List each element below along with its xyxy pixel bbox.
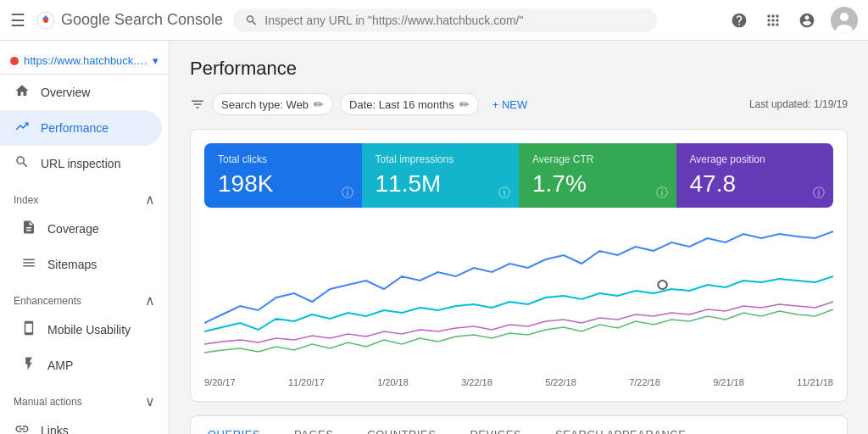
search-icon — [245, 14, 258, 27]
sidebar-item-links[interactable]: Links — [0, 413, 162, 434]
sidebar-section-manual-label: Manual actions — [14, 396, 82, 408]
manual-actions-expand-icon[interactable]: ∨ — [145, 393, 155, 409]
sidebar-index-items: Coverage Sitemaps — [0, 211, 169, 282]
tabs-container: QUERIES PAGES COUNTRIES DEVICES SEARCH A… — [190, 415, 848, 434]
metric-position[interactable]: Average position 47.8 ⓘ — [676, 143, 834, 208]
metric-position-label: Average position — [690, 153, 821, 165]
metric-ctr-value: 1.7% — [532, 170, 663, 198]
sidebar-item-sitemaps[interactable]: Sitemaps — [7, 247, 162, 282]
metric-impressions-label: Total impressions — [376, 153, 506, 165]
coverage-icon — [20, 220, 37, 238]
svg-point-1 — [43, 18, 48, 23]
tabs-header: QUERIES PAGES COUNTRIES DEVICES SEARCH A… — [191, 416, 847, 434]
sidebar-label-performance: Performance — [41, 121, 108, 135]
metric-clicks[interactable]: Total clicks 198K ⓘ — [204, 143, 362, 208]
x-label-0: 9/20/17 — [204, 377, 236, 387]
last-updated: Last updated: 1/19/19 — [749, 98, 848, 110]
performance-chart-container: Total clicks 198K ⓘ Total impressions 11… — [190, 129, 848, 402]
metric-clicks-info-icon[interactable]: ⓘ — [342, 186, 353, 201]
header-actions — [729, 7, 858, 34]
sidebar-label-mobile-usability: Mobile Usability — [47, 323, 131, 337]
metric-ctr[interactable]: Average CTR 1.7% ⓘ — [519, 143, 676, 208]
url-inspection-icon — [14, 154, 31, 173]
tab-queries[interactable]: QUERIES — [191, 416, 277, 434]
sitemaps-icon — [20, 255, 37, 274]
metric-clicks-label: Total clicks — [218, 153, 348, 165]
search-type-label: Search type: Web — [221, 98, 309, 111]
new-filter-label: + NEW — [492, 98, 528, 111]
sidebar-label-links: Links — [41, 424, 69, 434]
metrics-row: Total clicks 198K ⓘ Total impressions 11… — [204, 143, 833, 208]
sidebar-item-overview[interactable]: Overview — [0, 75, 162, 110]
chart-x-labels: 9/20/17 11/20/17 1/20/18 3/22/18 5/22/18… — [204, 374, 833, 387]
help-icon[interactable] — [729, 10, 749, 31]
sidebar: https://www.hatchbuck.com/ ▾ Overview Pe… — [0, 41, 170, 434]
sidebar-section-enhancements-label: Enhancements — [14, 295, 81, 307]
sidebar-item-url-inspection[interactable]: URL inspection — [0, 146, 162, 181]
x-label-4: 5/22/18 — [545, 377, 576, 387]
url-status-dot — [10, 57, 19, 65]
home-icon — [14, 83, 31, 102]
chart-area — [204, 221, 833, 374]
google-logo-icon — [36, 10, 56, 31]
metric-ctr-label: Average CTR — [532, 153, 663, 165]
sidebar-label-sitemaps: Sitemaps — [47, 258, 97, 271]
index-collapse-icon[interactable]: ∧ — [145, 192, 155, 208]
x-label-7: 11/21/18 — [797, 377, 833, 387]
mobile-icon — [20, 320, 37, 339]
sidebar-label-coverage: Coverage — [47, 222, 99, 236]
apps-icon[interactable] — [763, 10, 783, 31]
links-icon — [14, 421, 31, 434]
search-bar[interactable] — [233, 8, 657, 32]
main-content: Performance Search type: Web ✏ Date: Las… — [170, 41, 868, 434]
search-type-edit-icon: ✏ — [314, 97, 324, 111]
chart-svg — [204, 221, 833, 374]
sidebar-item-mobile-usability[interactable]: Mobile Usability — [7, 312, 162, 348]
metric-position-value: 47.8 — [690, 170, 821, 198]
metric-impressions-value: 11.5M — [376, 170, 506, 198]
amp-icon — [20, 356, 37, 375]
sidebar-label-overview: Overview — [41, 86, 90, 99]
metric-impressions-info-icon[interactable]: ⓘ — [498, 186, 510, 201]
x-label-3: 3/22/18 — [461, 377, 492, 387]
sidebar-label-amp: AMP — [47, 359, 73, 372]
top-header: ☰ Google Search Console — [0, 0, 868, 41]
app-layout: https://www.hatchbuck.com/ ▾ Overview Pe… — [0, 41, 868, 434]
svg-point-3 — [840, 13, 849, 21]
menu-icon[interactable]: ☰ — [10, 10, 25, 31]
chart-tooltip-dot — [658, 281, 667, 289]
filter-icon — [190, 97, 205, 112]
sidebar-label-url-inspection: URL inspection — [41, 157, 120, 170]
tab-pages[interactable]: PAGES — [277, 416, 350, 434]
metric-clicks-value: 198K — [218, 170, 348, 198]
tab-devices[interactable]: DEVICES — [453, 416, 538, 434]
url-selector[interactable]: https://www.hatchbuck.com/ ▾ — [0, 47, 169, 75]
app-title: Google Search Console — [61, 11, 223, 29]
url-dropdown-icon[interactable]: ▾ — [153, 54, 159, 67]
sidebar-section-enhancements: Enhancements ∧ — [0, 286, 169, 312]
metric-ctr-info-icon[interactable]: ⓘ — [656, 186, 668, 201]
search-type-filter[interactable]: Search type: Web ✏ — [212, 93, 333, 115]
tab-countries[interactable]: COUNTRIES — [350, 416, 453, 434]
x-label-5: 7/22/18 — [629, 377, 660, 387]
sidebar-item-coverage[interactable]: Coverage — [7, 211, 162, 247]
url-text: https://www.hatchbuck.com/ — [24, 54, 147, 67]
date-filter[interactable]: Date: Last 16 months ✏ — [340, 93, 479, 115]
search-input[interactable] — [264, 14, 645, 27]
sidebar-section-index: Index ∧ — [0, 185, 169, 211]
sidebar-item-performance[interactable]: Performance — [0, 110, 162, 146]
page-title: Performance — [190, 58, 848, 80]
account-icon[interactable] — [797, 10, 817, 31]
x-label-6: 9/21/18 — [713, 377, 744, 387]
performance-icon — [14, 119, 31, 137]
new-filter-button[interactable]: + NEW — [486, 95, 535, 114]
enhancements-collapse-icon[interactable]: ∧ — [145, 292, 155, 309]
tab-search-appearance[interactable]: SEARCH APPEARANCE — [538, 416, 703, 434]
avatar[interactable] — [831, 7, 858, 34]
sidebar-item-amp[interactable]: AMP — [7, 348, 162, 383]
date-label: Date: Last 16 months — [349, 98, 454, 111]
metric-impressions[interactable]: Total impressions 11.5M ⓘ — [362, 143, 520, 208]
date-edit-icon: ✏ — [459, 97, 470, 111]
x-label-2: 1/20/18 — [377, 377, 409, 387]
metric-position-info-icon[interactable]: ⓘ — [813, 186, 825, 201]
